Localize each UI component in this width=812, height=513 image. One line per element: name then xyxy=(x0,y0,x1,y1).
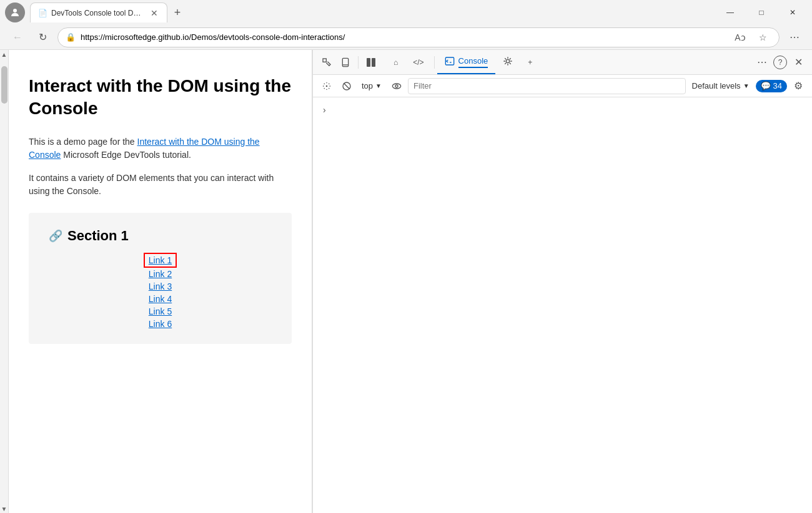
eye-icon-button[interactable] xyxy=(388,77,405,95)
address-bar: ← ↻ 🔒 https://microsoftedge.github.io/De… xyxy=(0,25,812,50)
url-bar[interactable]: 🔒 https://microsoftedge.github.io/Demos/… xyxy=(57,27,780,47)
section-link-1[interactable]: Link 1 xyxy=(145,254,176,266)
inspect-element-button[interactable] xyxy=(318,54,335,71)
default-levels-dropdown[interactable]: Default levels ▼ xyxy=(688,80,753,92)
svg-rect-1 xyxy=(323,59,326,62)
maximize-button[interactable]: □ xyxy=(747,2,776,22)
svg-point-9 xyxy=(326,86,327,86)
no-icon-button[interactable] xyxy=(338,77,355,95)
tab-console[interactable]: Console xyxy=(437,52,496,74)
tab-page-icon: 📄 xyxy=(38,9,47,17)
context-dropdown-arrow: ▼ xyxy=(375,82,382,89)
message-count: 34 xyxy=(773,81,782,90)
favorites-icon[interactable]: ☆ xyxy=(754,29,771,46)
devtools-help-button[interactable]: ? xyxy=(773,56,787,69)
scrollbar-thumb[interactable] xyxy=(1,66,7,104)
message-count-icon: 💬 xyxy=(761,81,771,90)
tab-welcome[interactable]: ⌂ xyxy=(386,52,405,74)
device-emulation-button[interactable] xyxy=(337,54,354,71)
page-description-1: This is a demo page for the Interact wit… xyxy=(29,135,292,162)
panel-layout-button[interactable] xyxy=(362,54,380,71)
console-prompt-chevron[interactable]: › xyxy=(323,105,326,115)
tab-close-button[interactable]: ✕ xyxy=(149,7,159,19)
section-link-2[interactable]: Link 2 xyxy=(149,269,172,279)
toolbar-separator xyxy=(358,56,359,69)
browser-tab[interactable]: 📄 DevTools Console tool DOM inte ✕ xyxy=(30,2,167,22)
svg-rect-5 xyxy=(372,58,375,67)
elements-icon: </> xyxy=(413,58,423,67)
section-link-5[interactable]: Link 5 xyxy=(149,306,172,316)
link-chain-icon: 🔗 xyxy=(49,229,62,243)
context-selector[interactable]: top ▼ xyxy=(358,80,385,92)
tab-console-label: Console xyxy=(458,56,488,68)
minimize-button[interactable]: — xyxy=(716,2,745,22)
section-1-box: 🔗 Section 1 Link 1 Link 2 Link 3 Link 4 … xyxy=(29,213,292,344)
browser-menu-button[interactable]: ⋯ xyxy=(785,27,805,47)
lock-icon: 🔒 xyxy=(66,32,76,42)
tab-sources[interactable] xyxy=(495,52,520,74)
svg-point-8 xyxy=(507,59,510,62)
section-link-6[interactable]: Link 6 xyxy=(149,319,172,329)
console-toolbar: top ▼ Default levels ▼ 💬 34 ⚙ xyxy=(313,75,812,97)
console-content[interactable]: › xyxy=(313,97,812,513)
devtools-panel: ⌂ </> Console xyxy=(312,50,812,513)
section-1-title: Section 1 xyxy=(67,228,129,244)
user-avatar xyxy=(5,2,25,22)
section-1-heading: 🔗 Section 1 xyxy=(49,228,272,244)
tab-add[interactable]: + xyxy=(520,52,540,74)
webpage-scrollbar[interactable]: ▲ ▼ xyxy=(0,50,9,513)
filter-input[interactable] xyxy=(408,78,686,94)
levels-dropdown-arrow: ▼ xyxy=(743,82,750,89)
devtools-close-button[interactable]: ✕ xyxy=(790,54,807,71)
new-tab-button[interactable]: + xyxy=(167,2,187,22)
tab-elements[interactable]: </> xyxy=(405,52,431,74)
section-1-links: Link 1 Link 2 Link 3 Link 4 Link 5 Link … xyxy=(49,254,272,329)
url-text: https://microsoftedge.github.io/Demos/de… xyxy=(81,32,726,42)
console-settings-button[interactable]: ⚙ xyxy=(790,77,807,95)
back-button[interactable]: ← xyxy=(7,27,27,47)
default-levels-label: Default levels xyxy=(692,81,741,90)
svg-line-11 xyxy=(344,83,349,89)
svg-rect-4 xyxy=(367,58,370,67)
close-button[interactable]: ✕ xyxy=(778,2,807,22)
window-controls: — □ ✕ xyxy=(716,2,807,22)
add-tab-icon: + xyxy=(528,58,532,67)
svg-point-0 xyxy=(13,9,17,12)
desc1-suffix: Microsoft Edge DevTools tutorial. xyxy=(61,150,191,160)
browser-window: 📄 DevTools Console tool DOM inte ✕ + — □… xyxy=(0,0,812,513)
console-prompt-row[interactable]: › xyxy=(318,102,807,117)
section-link-4[interactable]: Link 4 xyxy=(149,294,172,304)
tab-separator xyxy=(434,56,435,69)
home-icon: ⌂ xyxy=(394,58,398,67)
page-description-2: It contains a variety of DOM elements th… xyxy=(29,172,292,198)
bug-icon xyxy=(503,56,513,68)
svg-point-12 xyxy=(392,84,400,89)
console-icon xyxy=(445,56,455,68)
devtools-more-button[interactable]: ⋯ xyxy=(753,54,771,71)
scrollbar-up-arrow[interactable]: ▲ xyxy=(0,50,9,59)
clear-console-button[interactable] xyxy=(318,77,335,95)
refresh-button[interactable]: ↻ xyxy=(32,27,52,47)
tab-title: DevTools Console tool DOM inte xyxy=(51,9,146,17)
main-area: ▲ ▼ Interact with the DOM using the Cons… xyxy=(0,50,812,513)
page-heading: Interact with the DOM using the Console xyxy=(29,75,292,120)
scrollbar-down-arrow[interactable]: ▼ xyxy=(0,504,9,513)
svg-point-13 xyxy=(395,85,398,87)
message-count-badge: 💬 34 xyxy=(756,80,787,92)
desc1-prefix: This is a demo page for the xyxy=(29,137,137,147)
context-label: top xyxy=(362,81,373,90)
read-aloud-icon[interactable]: Aↄ xyxy=(731,29,749,46)
section-link-3[interactable]: Link 3 xyxy=(149,281,172,291)
webpage-content: Interact with the DOM using the Console … xyxy=(9,50,312,513)
scrollbar-track[interactable] xyxy=(1,60,7,503)
